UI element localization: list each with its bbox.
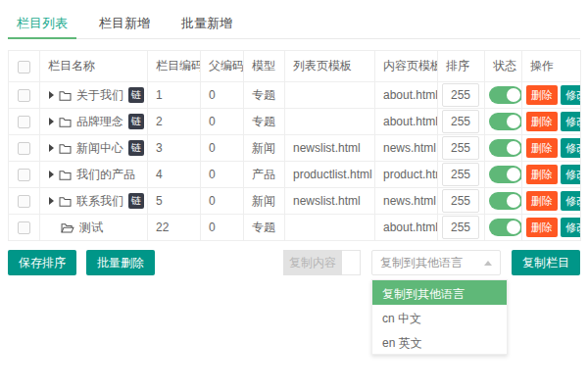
- status-toggle[interactable]: [489, 219, 522, 236]
- list-template: newslist.html: [285, 135, 375, 162]
- header-parent: 父编码: [201, 51, 244, 82]
- sort-input[interactable]: [442, 83, 479, 107]
- sort-input[interactable]: [442, 136, 479, 160]
- save-sort-button[interactable]: 保存排序: [8, 250, 76, 275]
- model: 新闻: [244, 135, 285, 162]
- folder-icon: [59, 196, 72, 207]
- column-code: 2: [148, 109, 201, 135]
- model: 产品: [244, 162, 285, 188]
- column-code: 4: [148, 162, 201, 188]
- delete-button[interactable]: 删除: [526, 191, 558, 211]
- column-name[interactable]: 测试: [79, 220, 103, 236]
- edit-button[interactable]: 修改: [561, 112, 581, 131]
- row-checkbox[interactable]: [18, 116, 30, 128]
- status-toggle[interactable]: [489, 113, 522, 130]
- language-dropdown-panel: 复制到其他语言 cn 中文 en 英文: [371, 279, 508, 355]
- status-toggle[interactable]: [489, 139, 522, 157]
- content-template: about.html: [375, 82, 438, 109]
- table-header-row: 栏目名称 栏目编码 父编码 模型 列表页模板 内容页模板 排序 状态 操作: [9, 51, 581, 82]
- model: 专题: [244, 109, 285, 135]
- header-name: 栏目名称: [40, 51, 148, 82]
- content-template: about.html: [375, 215, 438, 241]
- folder-icon: [59, 117, 72, 127]
- table-row: 关于我们链10专题about.html删除修改: [9, 82, 581, 109]
- sort-input[interactable]: [442, 163, 479, 186]
- dropdown-option-copy-to-other[interactable]: 复制到其他语言: [372, 280, 507, 305]
- link-badge: 链: [128, 193, 144, 209]
- table-row: 新闻中心链30新闻newslist.htmlnews.html删除修改: [9, 135, 581, 162]
- table-row: 我们的产品40产品productlist.htmlproduct.html删除修…: [9, 162, 581, 188]
- header-code: 栏目编码: [148, 51, 201, 82]
- list-template: [285, 215, 375, 241]
- copy-column-button[interactable]: 复制栏目: [512, 250, 580, 275]
- language-select[interactable]: 复制到其他语言: [371, 250, 501, 275]
- delete-button[interactable]: 删除: [526, 165, 558, 184]
- edit-button[interactable]: 修改: [561, 191, 581, 211]
- dropdown-option-cn[interactable]: cn 中文: [372, 305, 507, 329]
- list-template: productlist.html: [285, 162, 375, 188]
- content-template: news.html: [375, 188, 438, 215]
- content-template: news.html: [375, 135, 438, 162]
- delete-button[interactable]: 删除: [526, 112, 558, 131]
- dropdown-option-en[interactable]: en 英文: [372, 329, 507, 354]
- folder-icon: [59, 143, 72, 154]
- expand-caret-icon[interactable]: [49, 197, 54, 205]
- model: 专题: [244, 82, 285, 109]
- parent-code: 0: [201, 82, 244, 109]
- delete-button[interactable]: 删除: [526, 85, 558, 105]
- list-template: [285, 82, 375, 109]
- column-name[interactable]: 关于我们: [76, 87, 123, 104]
- row-checkbox[interactable]: [18, 195, 30, 208]
- content-template: about.html: [375, 109, 438, 135]
- column-list-page: 栏目列表 栏目新增 批量新增 栏目名称 栏目编码 父编码 模型 列表页模板 内容…: [0, 0, 588, 275]
- tab-column-add[interactable]: 栏目新增: [90, 9, 159, 38]
- row-checkbox[interactable]: [18, 169, 30, 181]
- row-checkbox[interactable]: [18, 89, 30, 102]
- header-sort: 排序: [438, 51, 485, 82]
- edit-button[interactable]: 修改: [561, 85, 581, 105]
- header-content-template: 内容页模板: [375, 51, 438, 82]
- expand-caret-icon[interactable]: [49, 144, 54, 152]
- header-status: 状态: [485, 51, 522, 82]
- select-all-checkbox[interactable]: [18, 61, 30, 74]
- column-name[interactable]: 新闻中心: [76, 140, 123, 157]
- status-toggle[interactable]: [489, 166, 522, 183]
- status-toggle[interactable]: [489, 86, 522, 104]
- table-row: 品牌理念链20专题about.html删除修改: [9, 109, 581, 135]
- sort-input[interactable]: [442, 189, 479, 213]
- edit-button[interactable]: 修改: [561, 165, 581, 184]
- folder-icon: [59, 170, 72, 180]
- row-checkbox[interactable]: [18, 142, 30, 155]
- expand-caret-icon[interactable]: [49, 118, 54, 125]
- edit-button[interactable]: 修改: [561, 138, 581, 158]
- footer-toolbar: 保存排序 批量删除 复制内容 复制到其他语言 复制到其他语言 cn 中文 en …: [8, 250, 580, 275]
- column-code: 1: [148, 82, 201, 109]
- sort-input[interactable]: [442, 110, 479, 133]
- copy-content-label: 复制内容: [283, 250, 342, 275]
- tab-column-list[interactable]: 栏目列表: [8, 9, 76, 38]
- batch-delete-button[interactable]: 批量删除: [86, 250, 155, 275]
- header-list-template: 列表页模板: [285, 51, 375, 82]
- column-code: 3: [148, 135, 201, 162]
- language-select-wrap: 复制到其他语言 复制到其他语言 cn 中文 en 英文: [371, 250, 501, 275]
- list-template: [285, 109, 375, 135]
- column-table: 栏目名称 栏目编码 父编码 模型 列表页模板 内容页模板 排序 状态 操作 关于…: [8, 50, 581, 241]
- delete-button[interactable]: 删除: [526, 138, 558, 158]
- column-name[interactable]: 我们的产品: [76, 167, 135, 183]
- tab-bar: 栏目列表 栏目新增 批量新增: [8, 10, 580, 39]
- folder-icon: [59, 90, 72, 101]
- column-name[interactable]: 联系我们: [76, 193, 123, 210]
- table-row: 测试220专题about.html删除修改: [9, 215, 581, 241]
- link-badge: 链: [128, 140, 144, 156]
- status-toggle[interactable]: [489, 192, 522, 210]
- parent-code: 0: [201, 109, 244, 135]
- delete-button[interactable]: 删除: [526, 218, 558, 237]
- row-checkbox[interactable]: [18, 221, 30, 234]
- expand-caret-icon[interactable]: [49, 91, 54, 99]
- edit-button[interactable]: 修改: [561, 218, 581, 237]
- column-name[interactable]: 品牌理念: [76, 114, 123, 130]
- tab-batch-add[interactable]: 批量新增: [172, 9, 241, 38]
- expand-caret-icon[interactable]: [49, 171, 54, 178]
- sort-input[interactable]: [442, 216, 479, 239]
- copy-content-input[interactable]: [342, 250, 361, 275]
